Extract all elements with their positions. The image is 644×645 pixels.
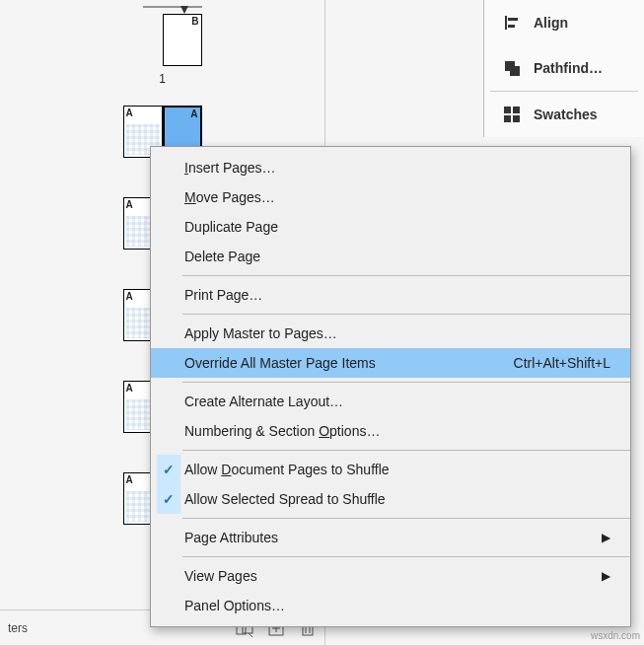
svg-rect-7: [504, 115, 511, 122]
svg-rect-0: [505, 16, 507, 30]
menu-insert-pages[interactable]: Insert Pages…: [151, 153, 630, 182]
menu-separator: [182, 314, 630, 315]
menu-duplicate-page[interactable]: Duplicate Page: [151, 212, 630, 242]
menu-print-page[interactable]: Print Page…: [151, 280, 630, 310]
menu-override-all-label: Override All Master Page Items: [184, 355, 376, 371]
menu-allow-document-pages-to-shuffle[interactable]: ✓ Allow Document Pages to Shuffle: [151, 455, 630, 484]
panel-align[interactable]: Align: [484, 0, 644, 45]
context-menu: Insert Pages… Move Pages… Duplicate Page…: [150, 146, 631, 627]
svg-rect-8: [513, 115, 520, 122]
page-thumb[interactable]: B: [163, 14, 202, 66]
menu-create-alternate-layout[interactable]: Create Alternate Layout…: [151, 387, 630, 416]
spread-row: B1: [0, 6, 324, 86]
menu-apply-master-label: Apply Master to Pages…: [184, 325, 337, 341]
watermark: wsxdn.com: [591, 630, 640, 641]
menu-separator: [182, 450, 630, 451]
menu-override-all-master-page-items[interactable]: Override All Master Page Items Ctrl+Alt+…: [151, 348, 630, 378]
svg-rect-2: [508, 25, 515, 28]
master-label: A: [126, 474, 133, 485]
menu-numbering-section-label: Numbering & Section Options…: [184, 423, 380, 439]
menu-separator: [182, 556, 630, 557]
master-label: A: [126, 108, 133, 118]
right-panels: Align Pathfind… Swatches: [483, 0, 644, 137]
panel-swatches-label: Swatches: [534, 107, 598, 122]
master-label: A: [190, 108, 197, 119]
menu-override-all-shortcut: Ctrl+Alt+Shift+L: [514, 355, 610, 371]
menu-numbering-section-options[interactable]: Numbering & Section Options…: [151, 416, 630, 446]
master-label: A: [126, 291, 133, 302]
panel-align-label: Align: [534, 15, 568, 31]
menu-move-pages-label: Move Pages…: [184, 189, 275, 205]
svg-rect-6: [513, 107, 520, 113]
menu-separator: [182, 382, 630, 383]
panel-pathfinder[interactable]: Pathfind…: [484, 45, 644, 91]
submenu-arrow-icon: ▶: [602, 531, 610, 544]
menu-separator: [182, 275, 630, 276]
panel-pathfinder-label: Pathfind…: [534, 60, 603, 76]
check-icon: ✓: [157, 484, 180, 514]
swatches-icon: [502, 105, 522, 124]
check-icon: ✓: [157, 455, 180, 484]
menu-print-page-label: Print Page…: [184, 287, 262, 303]
menu-separator: [182, 518, 630, 519]
menu-allow-doc-shuffle-label: Allow Document Pages to Shuffle: [184, 462, 390, 477]
svg-rect-1: [508, 18, 518, 21]
menu-page-attributes[interactable]: Page Attributes ▶: [151, 523, 630, 552]
pathfinder-icon: [502, 58, 522, 78]
menu-insert-pages-label: Insert Pages…: [184, 160, 276, 176]
master-label: A: [126, 383, 133, 394]
menu-duplicate-page-label: Duplicate Page: [184, 219, 278, 235]
current-page-marker: [123, 6, 202, 14]
menu-view-pages-label: View Pages: [184, 568, 257, 584]
svg-rect-5: [504, 107, 511, 113]
menu-delete-page-label: Delete Page: [184, 249, 260, 264]
menu-delete-page[interactable]: Delete Page: [151, 242, 630, 271]
menu-panel-options[interactable]: Panel Options…: [151, 591, 630, 620]
menu-apply-master[interactable]: Apply Master to Pages…: [151, 319, 630, 348]
menu-allow-sel-shuffle-label: Allow Selected Spread to Shuffle: [184, 491, 386, 507]
menu-page-attributes-label: Page Attributes: [184, 530, 278, 545]
menu-allow-selected-spread-to-shuffle[interactable]: ✓ Allow Selected Spread to Shuffle: [151, 484, 630, 514]
menu-create-alternate-label: Create Alternate Layout…: [184, 394, 343, 409]
master-label: B: [191, 16, 198, 27]
align-icon: [502, 13, 522, 33]
submenu-arrow-icon: ▶: [602, 569, 610, 583]
spread[interactable]: B: [123, 14, 202, 66]
spread-label: 1: [159, 72, 166, 86]
svg-rect-4: [510, 66, 520, 76]
menu-move-pages[interactable]: Move Pages…: [151, 182, 630, 212]
menu-panel-options-label: Panel Options…: [184, 598, 285, 613]
panel-swatches[interactable]: Swatches: [484, 92, 644, 137]
pages-footer-text: ters: [8, 621, 28, 635]
master-label: A: [126, 199, 133, 210]
menu-view-pages[interactable]: View Pages ▶: [151, 561, 630, 591]
